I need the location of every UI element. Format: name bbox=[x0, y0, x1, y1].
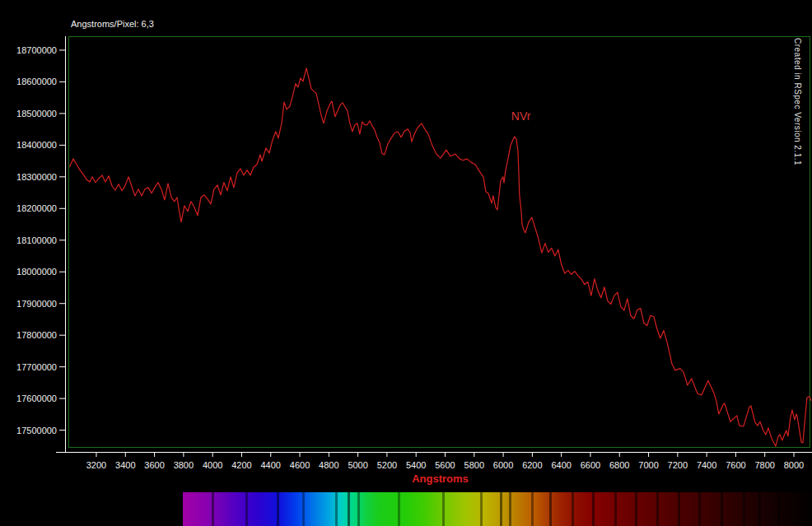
absorption-line bbox=[635, 492, 637, 526]
y-tick-label: 17900000 bbox=[16, 299, 57, 309]
x-tick-label: 6600 bbox=[581, 460, 600, 470]
absorption-line bbox=[531, 492, 534, 526]
x-tick-label: 4200 bbox=[231, 460, 251, 470]
y-tick-label: 17600000 bbox=[16, 393, 57, 403]
y-tick-label: 18300000 bbox=[16, 172, 57, 182]
x-tick-label: 5200 bbox=[377, 460, 397, 470]
x-tick-label: 7600 bbox=[726, 460, 745, 470]
rspec-window: Angstroms/Pixel: 6,3 1870000018600000185… bbox=[0, 0, 812, 526]
y-tick-label: 18500000 bbox=[16, 109, 57, 119]
x-tick-label: 3200 bbox=[86, 460, 106, 470]
x-tick-label: 6000 bbox=[493, 460, 513, 470]
x-tick-label: 5400 bbox=[406, 460, 426, 470]
x-tick-label: 4000 bbox=[203, 460, 222, 470]
absorption-line bbox=[614, 492, 617, 526]
synthesized-spectrum-colorbar bbox=[183, 492, 812, 526]
x-tick-label: 4800 bbox=[319, 460, 338, 470]
absorption-line bbox=[509, 492, 511, 526]
y-tick-label: 18600000 bbox=[16, 77, 57, 86]
x-tick-label: 5000 bbox=[348, 460, 367, 470]
x-tick-label: 3600 bbox=[144, 460, 164, 470]
x-tick-label: 7400 bbox=[697, 460, 716, 470]
absorption-line bbox=[777, 492, 780, 526]
y-tick-label: 17800000 bbox=[16, 330, 57, 340]
absorption-line bbox=[348, 492, 350, 526]
absorption-line bbox=[592, 492, 595, 526]
created-in-rspec-watermark: Created in RSpec Version 2.1.1 bbox=[793, 38, 802, 466]
absorption-line bbox=[500, 492, 502, 526]
y-tick-label: 18200000 bbox=[16, 203, 57, 213]
x-tick-label: 5800 bbox=[464, 460, 484, 470]
absorption-line bbox=[698, 492, 701, 526]
x-tick-label: 3800 bbox=[174, 460, 194, 470]
absorption-line bbox=[302, 492, 305, 526]
x-tick-label: 7800 bbox=[754, 460, 774, 470]
absorption-line bbox=[212, 492, 214, 526]
plot-border bbox=[69, 37, 810, 448]
x-tick-label: 4600 bbox=[290, 460, 310, 470]
absorption-line bbox=[743, 492, 745, 526]
x-tick-label: 6200 bbox=[522, 460, 542, 470]
y-tick-label: 18700000 bbox=[16, 45, 57, 55]
nvr-annotation-label: NVr bbox=[511, 109, 531, 123]
absorption-line bbox=[398, 492, 400, 526]
x-tick-label: 7200 bbox=[668, 460, 688, 470]
y-tick-label: 18100000 bbox=[16, 235, 57, 245]
x-tick-label: 5600 bbox=[435, 460, 455, 470]
absorption-line bbox=[245, 492, 248, 526]
x-tick-label: 6800 bbox=[609, 460, 629, 470]
x-tick-label: 4400 bbox=[261, 460, 281, 470]
x-tick-label: 6400 bbox=[551, 460, 571, 470]
absorption-line bbox=[442, 492, 445, 526]
absorption-line bbox=[549, 492, 552, 526]
x-tick-label: 3400 bbox=[115, 460, 135, 470]
absorption-line bbox=[678, 492, 680, 526]
spectrum-line bbox=[69, 68, 810, 446]
absorption-line bbox=[335, 492, 338, 526]
spectrum-plot[interactable]: 1870000018600000185000001840000018300000… bbox=[0, 0, 812, 526]
absorption-line bbox=[480, 492, 483, 526]
absorption-line bbox=[758, 492, 761, 526]
x-tick-label: 7000 bbox=[638, 460, 658, 470]
absorption-line bbox=[721, 492, 723, 526]
absorption-line bbox=[572, 492, 574, 526]
y-tick-label: 17700000 bbox=[16, 362, 57, 372]
y-tick-label: 18000000 bbox=[16, 267, 57, 277]
x-axis-title: Angstroms bbox=[69, 472, 811, 485]
y-tick-label: 18400000 bbox=[16, 140, 57, 150]
absorption-line bbox=[357, 492, 360, 526]
absorption-line bbox=[277, 492, 279, 526]
absorption-line bbox=[656, 492, 659, 526]
y-tick-label: 17500000 bbox=[16, 426, 57, 435]
